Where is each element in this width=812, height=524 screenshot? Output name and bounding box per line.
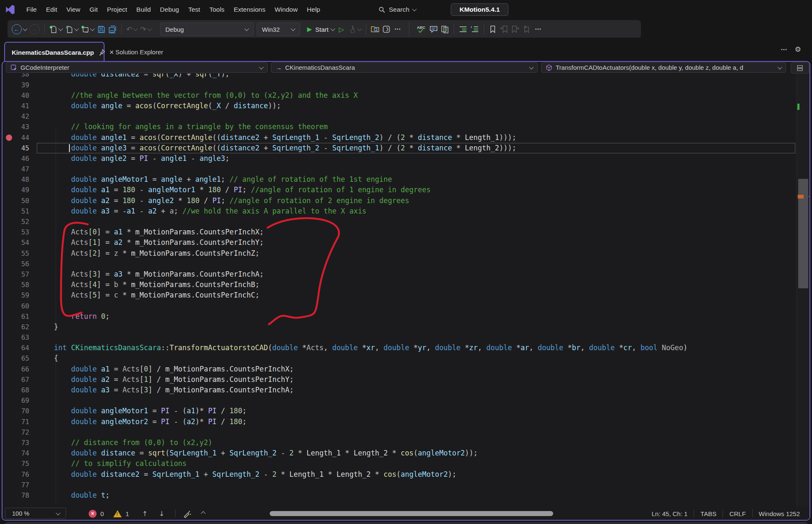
clear-bookmarks-button[interactable] <box>523 23 531 36</box>
menu-test[interactable]: Test <box>184 3 204 16</box>
line-number[interactable]: 77 <box>3 480 38 490</box>
code-line[interactable]: 41double angle = acos(CorrectAngle(_X / … <box>3 101 809 111</box>
chevron-up-icon[interactable] <box>201 511 205 516</box>
code-line[interactable]: 65{ <box>3 353 809 364</box>
line-number[interactable]: 66 <box>3 364 38 374</box>
code-line[interactable]: 42 <box>3 111 809 122</box>
menu-help[interactable]: Help <box>302 3 325 16</box>
encoding[interactable]: Windows 1252 <box>753 510 806 517</box>
code-line[interactable]: 68double a3 = Acts[3] / m_MotionParams.C… <box>3 385 809 395</box>
zoom-select[interactable]: 100 % <box>5 508 66 519</box>
find-in-files-button[interactable] <box>371 23 379 36</box>
caret-position[interactable]: Ln: 45, Ch: 1 <box>645 510 694 517</box>
code-line[interactable]: 44double angle1 = acos(CorrectAngle((dis… <box>3 132 809 143</box>
line-number[interactable]: 60 <box>3 301 38 311</box>
code-line[interactable]: 58Acts[4] = b * m_MotionParams.CountsPer… <box>3 280 809 290</box>
warning-count[interactable]: 1 <box>125 510 129 517</box>
previous-bookmark-button[interactable] <box>500 23 508 36</box>
code-line[interactable]: 66double a1 = Acts[0] / m_MotionParams.C… <box>3 364 809 374</box>
navigate-back-button[interactable]: ← <box>12 23 27 36</box>
navigate-forward-button[interactable]: → <box>30 23 40 36</box>
line-ending[interactable]: CRLF <box>723 510 752 517</box>
indent-mode[interactable]: TABS <box>694 510 723 517</box>
redo-button[interactable]: ↷ <box>140 23 151 36</box>
code-line[interactable]: 46double angle2 = PI - angle1 - angle3; <box>3 153 809 164</box>
code-editor[interactable]: 38double distance2 = sqr(_X) + sqr(_Y);3… <box>3 74 809 506</box>
line-number[interactable]: 73 <box>3 438 38 448</box>
line-number[interactable]: 42 <box>3 111 38 122</box>
insert-comment-button[interactable] <box>429 23 438 36</box>
line-number[interactable]: 58 <box>3 280 38 290</box>
next-issue-icon[interactable]: ↓ <box>159 510 164 518</box>
line-number[interactable]: 65 <box>3 353 38 364</box>
code-line[interactable]: 76double distance2 = SqrLength_1 + SqrLe… <box>3 469 809 480</box>
type-dropdown[interactable]: → CKinematicsDanasScara <box>271 62 538 73</box>
tab-overflow-icon[interactable]: … <box>781 44 787 52</box>
save-all-button[interactable] <box>108 23 117 36</box>
code-line[interactable]: 75// to simplify calculations <box>3 458 809 469</box>
code-line[interactable]: 71double angleMotor2 = PI - (a2)* PI / 1… <box>3 417 809 427</box>
error-count[interactable]: 0 <box>100 510 104 517</box>
menu-extensions[interactable]: Extensions <box>229 3 270 16</box>
code-line[interactable]: 53Acts[0] = a1 * m_MotionParams.CountsPe… <box>3 227 809 237</box>
line-number[interactable]: 55 <box>3 248 38 259</box>
member-dropdown[interactable]: TransformCADtoActuators(double x, double… <box>541 62 786 73</box>
code-line[interactable]: 56 <box>3 259 809 269</box>
open-file-button[interactable] <box>65 23 78 36</box>
code-line[interactable]: 61return 0; <box>3 311 809 322</box>
menu-edit[interactable]: Edit <box>41 3 62 16</box>
code-cleanup-icon[interactable] <box>183 509 192 518</box>
line-number[interactable]: 48 <box>3 174 38 185</box>
solution-configuration-select[interactable]: Debug <box>160 23 254 36</box>
code-line[interactable]: 70double angleMotor1 = PI - (a1)* PI / 1… <box>3 406 809 416</box>
line-number[interactable]: 57 <box>3 269 38 280</box>
vertical-scrollbar[interactable] <box>797 74 809 506</box>
line-number[interactable]: 53 <box>3 227 38 237</box>
toolbar-overflow-button[interactable]: … <box>534 23 542 36</box>
spell-check-button[interactable]: ABC <box>416 23 426 36</box>
horizontal-scrollbar-thumb[interactable] <box>270 511 553 516</box>
gear-icon[interactable]: ⚙ <box>795 45 801 54</box>
code-line[interactable]: 72 <box>3 427 809 438</box>
code-line[interactable]: 50double a2 = 180 - angle2 * 180 / PI; /… <box>3 196 809 206</box>
code-line[interactable]: 78double t; <box>3 490 809 501</box>
split-window-button[interactable] <box>791 62 809 74</box>
code-line[interactable]: 47 <box>3 164 809 174</box>
search-control[interactable]: Search <box>378 0 416 19</box>
code-line[interactable]: 74double distance = sqrt(SqrLength_1 + S… <box>3 448 809 458</box>
menu-tools[interactable]: Tools <box>205 3 229 16</box>
line-number[interactable]: 78 <box>3 490 38 501</box>
menu-file[interactable]: File <box>22 3 41 16</box>
decrease-indent-button[interactable] <box>459 23 467 36</box>
code-line[interactable]: 62} <box>3 322 809 332</box>
code-line[interactable]: 54Acts[1] = a2 * m_MotionParams.CountsPe… <box>3 237 809 248</box>
previous-issue-icon[interactable]: ↑ <box>142 510 148 518</box>
line-number[interactable]: 47 <box>3 164 38 174</box>
line-number[interactable]: 38 <box>3 74 38 80</box>
code-line[interactable]: 69 <box>3 395 809 406</box>
code-line[interactable]: 40//the angle between the vector from (0… <box>3 90 809 101</box>
line-number[interactable]: 72 <box>3 427 38 438</box>
live-share-button[interactable] <box>382 23 391 36</box>
line-number[interactable]: 64 <box>3 343 38 353</box>
tab-solution-explorer[interactable]: Solution Explorer <box>110 43 169 60</box>
code-line[interactable]: 43// looking for angles in a triangle by… <box>3 122 809 132</box>
solution-platform-select[interactable]: Win32 <box>257 23 300 36</box>
undo-button[interactable]: ↶ <box>126 23 137 36</box>
menu-view[interactable]: View <box>62 3 85 16</box>
menu-project[interactable]: Project <box>102 3 132 16</box>
line-number[interactable]: 61 <box>3 311 38 322</box>
line-number[interactable]: 74 <box>3 448 38 458</box>
add-item-button[interactable] <box>81 23 94 36</box>
toolbar-overflow-button[interactable]: … <box>393 23 402 36</box>
line-number[interactable]: 59 <box>3 290 38 300</box>
tab-kinematicsdanasscara[interactable]: KinematicsDanasScara.cpp × <box>4 42 105 62</box>
line-number[interactable]: 71 <box>3 417 38 427</box>
line-number[interactable]: 62 <box>3 322 38 332</box>
code-line[interactable]: 39 <box>3 80 809 90</box>
menu-build[interactable]: Build <box>132 3 155 16</box>
code-line[interactable]: 52 <box>3 216 809 227</box>
line-number[interactable]: 63 <box>3 332 38 343</box>
toggle-bookmark-button[interactable] <box>489 23 497 36</box>
line-number[interactable]: 40 <box>3 90 38 101</box>
